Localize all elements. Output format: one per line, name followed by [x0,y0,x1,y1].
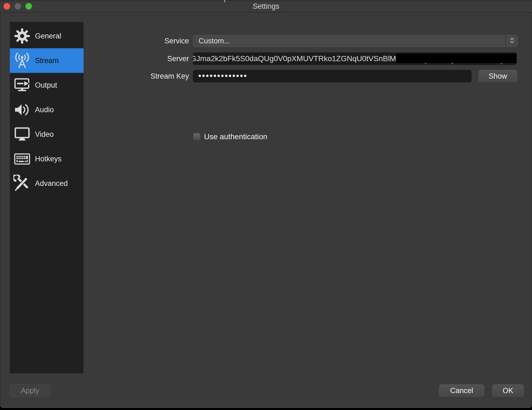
sidebar-item-video[interactable]: Video [10,122,84,147]
sidebar-item-audio[interactable]: Audio [10,97,84,122]
redaction-speck [452,63,453,64]
service-dropdown[interactable]: Custom... [193,35,505,47]
cancel-button-label: Cancel [450,387,473,395]
service-dropdown-stepper[interactable] [506,35,518,47]
settings-sidebar: General Stream [10,22,84,373]
ok-button-label: OK [503,387,513,395]
chevron-up-down-icon [509,37,515,45]
cancel-button[interactable]: Cancel [439,384,484,397]
server-label: Server [99,52,189,65]
sidebar-item-label: General [35,32,61,40]
monitor-icon [13,125,31,143]
sidebar-item-stream[interactable]: Stream [10,48,84,73]
server-input[interactable]: GJma2k2bFk5S0daQUg0V0pXMUVTRko1ZGNqU0tVS… [193,52,517,65]
sidebar-item-label: Advanced [35,179,68,188]
crossed-tools-icon [13,174,31,192]
apply-button[interactable]: Apply [10,384,50,397]
sidebar-item-label: Stream [35,57,59,65]
use-authentication-label[interactable]: Use authentication [204,132,267,141]
sidebar-item-label: Hotkeys [35,155,62,163]
show-button-label: Show [489,72,507,81]
sidebar-item-label: Audio [35,106,54,114]
show-stream-key-button[interactable]: Show [478,70,517,82]
settings-window: Settings [0,0,532,408]
redaction-speck [425,63,426,64]
screenshot-artifact [224,0,225,2]
stream-key-masked-value: ••••••••••••• [193,71,247,81]
title-bar[interactable]: Settings [0,0,532,13]
window-title: Settings [0,0,532,12]
broadcast-antenna-icon [13,52,31,70]
redaction-bar [396,54,517,63]
keyboard-icon [13,150,31,168]
sidebar-item-general[interactable]: General [10,24,84,48]
apply-button-label: Apply [21,387,39,395]
stream-key-input[interactable]: ••••••••••••• [193,70,472,82]
monitor-arrow-icon [13,76,31,94]
sidebar-item-advanced[interactable]: Advanced [10,171,84,196]
ok-button[interactable]: OK [492,384,524,397]
stream-key-label: Stream Key [99,70,189,82]
sidebar-item-hotkeys[interactable]: Hotkeys [10,147,84,171]
sidebar-item-output[interactable]: Output [10,73,84,97]
sidebar-item-label: Output [35,81,57,90]
service-label: Service [99,35,189,47]
gear-icon [13,27,31,45]
sidebar-item-label: Video [35,130,54,139]
speaker-icon [13,101,31,119]
redaction-speck [501,63,502,64]
use-authentication-checkbox[interactable] [193,133,200,140]
service-dropdown-value: Custom... [199,37,230,45]
server-value: GJma2k2bFk5S0daQUg0V0pXMUVTRko1ZGNqU0tVS… [193,54,396,63]
